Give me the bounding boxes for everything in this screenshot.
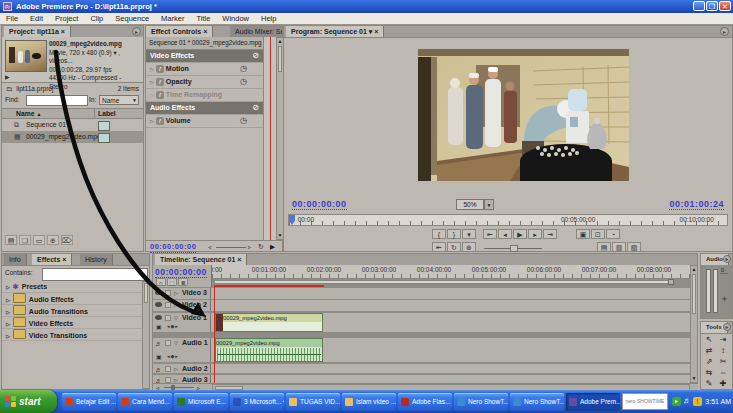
tray-app-icon[interactable]: ▸ (672, 397, 681, 406)
zoom-in-icon[interactable]: ▹ (248, 243, 251, 250)
taskbar-button-1[interactable]: Cara Mend... (118, 393, 172, 411)
go-to-out-button[interactable]: ⇥ (543, 229, 557, 239)
display-style-icon[interactable]: ▣ (156, 323, 162, 330)
expand-icon[interactable]: ▷ (150, 115, 154, 127)
export-button[interactable]: ▧ (627, 242, 641, 252)
razor-tool[interactable]: ✂ (716, 356, 730, 367)
keyframe-nav-icon[interactable]: ◂◆▸ (167, 353, 179, 359)
step-forward-button[interactable]: ▸ (528, 229, 542, 239)
taskbar-button-5[interactable]: Islam video ... (342, 393, 396, 411)
taskbar-button-7[interactable]: Nero ShowT... (454, 393, 508, 411)
program-video-frame[interactable] (418, 49, 629, 181)
shuttle-slider[interactable] (484, 245, 542, 252)
panel-menu-icon[interactable]: ▸ (720, 27, 729, 36)
project-list-view-icon[interactable]: ▤ (5, 235, 17, 245)
zoom-out-icon[interactable]: ◃ (208, 243, 211, 250)
expand-icon[interactable]: ▽ (174, 315, 178, 321)
menu-file[interactable]: File (0, 13, 24, 24)
fx-badge-icon[interactable]: f (156, 117, 164, 125)
taskbar-button-3[interactable]: 3 Microsoft... ▾ (230, 393, 284, 411)
slide-tool[interactable]: ⇔ (716, 367, 730, 378)
timeline-ruler[interactable]: 00:0000:01:00:0000:02:00:0000:03:00:0000… (212, 265, 690, 279)
stopwatch-icon[interactable]: ◷ (240, 76, 247, 88)
stopwatch-icon[interactable]: ◷ (240, 115, 247, 127)
pen-tool[interactable]: ✎ (702, 378, 716, 389)
track-header-audio-3[interactable]: ♬▷Audio 3 (153, 375, 211, 383)
eye-icon[interactable] (155, 290, 162, 295)
loop-button[interactable]: ⊡ (591, 229, 605, 239)
timeline-timecode[interactable]: 00:00:00:00 (155, 267, 207, 278)
effects-folder-presets[interactable]: ▷✱Presets (2, 281, 142, 293)
track-lane[interactable] (153, 375, 690, 383)
track-lane[interactable] (153, 364, 690, 373)
find-input[interactable] (26, 95, 88, 106)
bypass-all-icon[interactable]: ⊘ (252, 102, 259, 114)
menu-marker[interactable]: Marker (155, 13, 190, 24)
menu-clip[interactable]: Clip (84, 13, 109, 24)
timeline-video-clip[interactable]: 00029_mpeg2video.mpg (215, 313, 323, 332)
lock-toggle[interactable] (165, 340, 171, 346)
start-button[interactable]: start (0, 390, 57, 413)
play-button[interactable]: ▶ (513, 229, 527, 239)
effect-controls-timecode[interactable]: 00:00:00:00 (150, 242, 196, 253)
effects-folder-audio-transitions[interactable]: ▷Audio Transitions (2, 305, 142, 317)
tab-close-icon[interactable]: × (203, 28, 207, 35)
close-button[interactable]: ✕ (719, 1, 731, 11)
marker-button[interactable]: ▾ (462, 229, 476, 239)
contains-input[interactable] (42, 268, 148, 281)
loop-icon[interactable]: ↻ (258, 243, 263, 251)
label-chip[interactable] (98, 121, 110, 131)
lift-button[interactable]: ▤ (597, 242, 611, 252)
eye-icon[interactable] (155, 315, 162, 320)
track-lane[interactable] (153, 300, 690, 311)
rolling-edit-tool[interactable]: ↕ (716, 345, 730, 356)
taskbar-button-4[interactable]: TUGAS VID... (286, 393, 340, 411)
monitor-current-timecode[interactable]: 00:00:00:00 (292, 199, 347, 210)
playhead-line[interactable] (270, 37, 271, 240)
scroll-up-icon[interactable]: ▲ (691, 266, 697, 273)
display-style-icon[interactable]: ▣ (156, 353, 162, 360)
volume-icon[interactable]: ♬ (683, 396, 691, 405)
bypass-all-icon[interactable]: ⊘ (252, 50, 259, 62)
snap-icon[interactable]: ∩ (156, 278, 166, 286)
expand-icon[interactable]: ▽ (174, 340, 178, 346)
speaker-icon[interactable]: ♬ (155, 366, 162, 373)
hand-tool[interactable]: ✚ (716, 378, 730, 389)
chevron-down-icon[interactable]: ▼ (484, 199, 494, 210)
set-in-button[interactable]: { (432, 229, 446, 239)
lock-toggle[interactable] (165, 290, 171, 296)
track-header-video-1[interactable]: ▽Video 1▣◂◆▸ (153, 313, 211, 332)
speaker-icon[interactable]: ♬ (155, 340, 162, 347)
taskbar-button-6[interactable]: Adobe Flas... (398, 393, 452, 411)
play-in-out-button[interactable]: ⇤ (432, 242, 446, 252)
effect-row-time-remapping[interactable]: ▷fTime Remapping (146, 89, 263, 102)
project-new-item-icon[interactable]: ⊕ (47, 235, 59, 245)
expand-icon[interactable]: ▷ (174, 302, 178, 308)
selection-tool[interactable]: ↖ (702, 334, 716, 345)
track-lane[interactable] (153, 288, 690, 299)
column-label[interactable]: Label (98, 109, 116, 119)
effects-section-video-effects[interactable]: Video Effects⊘ (146, 50, 263, 63)
expand-icon[interactable]: ▷ (150, 76, 154, 88)
label-chip[interactable] (98, 133, 110, 143)
ripple-edit-tool[interactable]: ⇄ (702, 345, 716, 356)
set-display-icon[interactable]: ⬚ (167, 278, 177, 286)
timeline-vscrollbar[interactable]: ▲ ▼ (690, 265, 698, 383)
menu-help[interactable]: Help (255, 13, 282, 24)
tab-history[interactable]: History (80, 254, 113, 265)
tab-close-icon[interactable]: × (237, 256, 241, 263)
effect-row-motion[interactable]: ▷fMotion◷ (146, 63, 263, 76)
track-header-video-2[interactable]: ▷Video 2 (153, 300, 211, 311)
lock-toggle[interactable] (165, 315, 171, 321)
expand-icon[interactable]: ▷ (174, 290, 178, 296)
taskbar-button-8[interactable]: Nero ShowT... (510, 393, 564, 411)
track-header-video-3[interactable]: ▷Video 3 (153, 288, 211, 299)
rate-stretch-tool[interactable]: ⇗ (702, 356, 716, 367)
effects-folder-audio-effects[interactable]: ▷Audio Effects (2, 293, 142, 305)
expand-icon[interactable]: ▷ (6, 331, 10, 342)
menu-title[interactable]: Title (190, 13, 216, 24)
markers-icon[interactable]: ≣ (178, 278, 188, 286)
menu-edit[interactable]: Edit (24, 13, 49, 24)
play-thumbnail-icon[interactable]: ▶ (5, 73, 10, 80)
work-area-handle[interactable] (668, 279, 674, 285)
